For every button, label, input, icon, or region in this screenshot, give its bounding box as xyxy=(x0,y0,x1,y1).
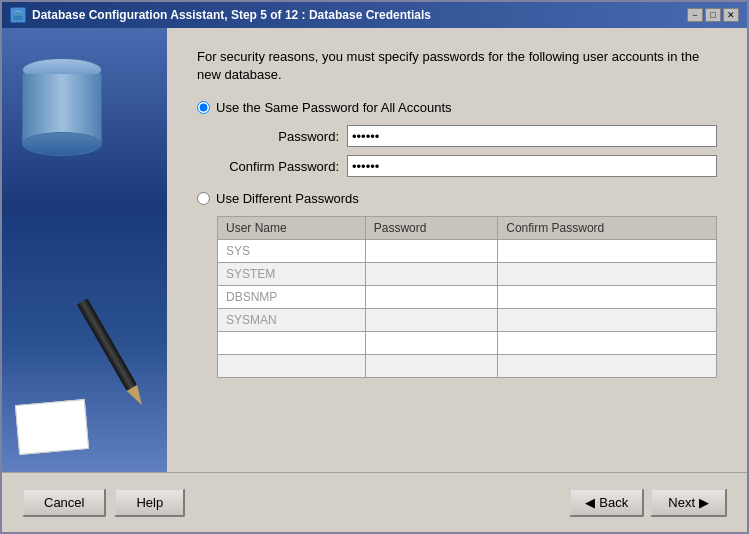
cell-empty-1 xyxy=(218,332,366,355)
cell-username-sysman: SYSMAN xyxy=(218,309,366,332)
table-row-empty2 xyxy=(218,355,717,378)
db-cylinder-illustration xyxy=(22,58,102,148)
footer: Cancel Help ◀ Back Next ▶ xyxy=(2,472,747,532)
cell-empty2-2 xyxy=(365,355,498,378)
pen-tip xyxy=(127,385,147,408)
cell-password-system[interactable] xyxy=(365,263,498,286)
cell-empty-2 xyxy=(365,332,498,355)
password-field-row: Password: xyxy=(217,125,717,147)
back-button[interactable]: ◀ Back xyxy=(569,488,644,517)
cell-password-sysman[interactable] xyxy=(365,309,498,332)
main-content: For security reasons, you must specify p… xyxy=(2,28,747,472)
table-row: DBSNMP xyxy=(218,286,717,309)
cell-empty2-1 xyxy=(218,355,366,378)
minimize-button[interactable]: − xyxy=(687,8,703,22)
table-header-row: User Name Password Confirm Password xyxy=(218,217,717,240)
cell-password-sys[interactable] xyxy=(365,240,498,263)
cell-username-dbsnmp: DBSNMP xyxy=(218,286,366,309)
confirm-field-row: Confirm Password: xyxy=(217,155,717,177)
different-password-option: Use Different Passwords xyxy=(197,191,717,206)
window-title: Database Configuration Assistant, Step 5… xyxy=(32,8,431,22)
app-icon xyxy=(10,7,26,23)
title-bar: Database Configuration Assistant, Step 5… xyxy=(2,2,747,28)
table-row-empty xyxy=(218,332,717,355)
cell-username-sys: SYS xyxy=(218,240,366,263)
left-panel xyxy=(2,28,167,472)
user-table: User Name Password Confirm Password SYS xyxy=(217,216,717,378)
window-controls: − □ ✕ xyxy=(687,8,739,22)
col-confirm: Confirm Password xyxy=(498,217,717,240)
svg-point-2 xyxy=(13,16,23,20)
next-label: Next xyxy=(668,495,695,510)
confirm-password-input[interactable] xyxy=(347,155,717,177)
cell-password-dbsnmp[interactable] xyxy=(365,286,498,309)
password-fields: Password: Confirm Password: xyxy=(217,125,717,177)
close-button[interactable]: ✕ xyxy=(723,8,739,22)
description-text: For security reasons, you must specify p… xyxy=(197,48,717,84)
different-password-radio[interactable] xyxy=(197,192,210,205)
back-arrow-icon: ◀ xyxy=(585,495,595,510)
password-input[interactable] xyxy=(347,125,717,147)
footer-left-buttons: Cancel Help xyxy=(22,488,185,517)
same-password-label: Use the Same Password for All Accounts xyxy=(216,100,452,115)
cell-confirm-sys[interactable] xyxy=(498,240,717,263)
cylinder-bottom xyxy=(22,132,102,156)
cancel-button[interactable]: Cancel xyxy=(22,488,106,517)
cell-empty-3 xyxy=(498,332,717,355)
different-password-label: Use Different Passwords xyxy=(216,191,359,206)
next-arrow-icon: ▶ xyxy=(699,495,709,510)
maximize-button[interactable]: □ xyxy=(705,8,721,22)
cell-confirm-dbsnmp[interactable] xyxy=(498,286,717,309)
same-password-option: Use the Same Password for All Accounts xyxy=(197,100,717,115)
footer-right-buttons: ◀ Back Next ▶ xyxy=(569,488,727,517)
title-bar-left: Database Configuration Assistant, Step 5… xyxy=(10,7,431,23)
col-username: User Name xyxy=(218,217,366,240)
cell-confirm-system[interactable] xyxy=(498,263,717,286)
table-row: SYS xyxy=(218,240,717,263)
radio-section: Use the Same Password for All Accounts P… xyxy=(197,100,717,378)
pen-body xyxy=(77,298,137,391)
password-label: Password: xyxy=(217,129,347,144)
same-password-radio[interactable] xyxy=(197,101,210,114)
main-window: Database Configuration Assistant, Step 5… xyxy=(0,0,749,534)
cell-empty2-3 xyxy=(498,355,717,378)
paper-illustration xyxy=(15,399,89,455)
user-table-section: User Name Password Confirm Password SYS xyxy=(217,216,717,378)
cell-confirm-sysman[interactable] xyxy=(498,309,717,332)
col-password: Password xyxy=(365,217,498,240)
panel-illustration xyxy=(2,28,167,462)
next-button[interactable]: Next ▶ xyxy=(650,488,727,517)
help-button[interactable]: Help xyxy=(114,488,185,517)
back-label: Back xyxy=(599,495,628,510)
table-row: SYSMAN xyxy=(218,309,717,332)
table-row: SYSTEM xyxy=(218,263,717,286)
confirm-password-label: Confirm Password: xyxy=(217,159,347,174)
right-panel: For security reasons, you must specify p… xyxy=(167,28,747,472)
cell-username-system: SYSTEM xyxy=(218,263,366,286)
